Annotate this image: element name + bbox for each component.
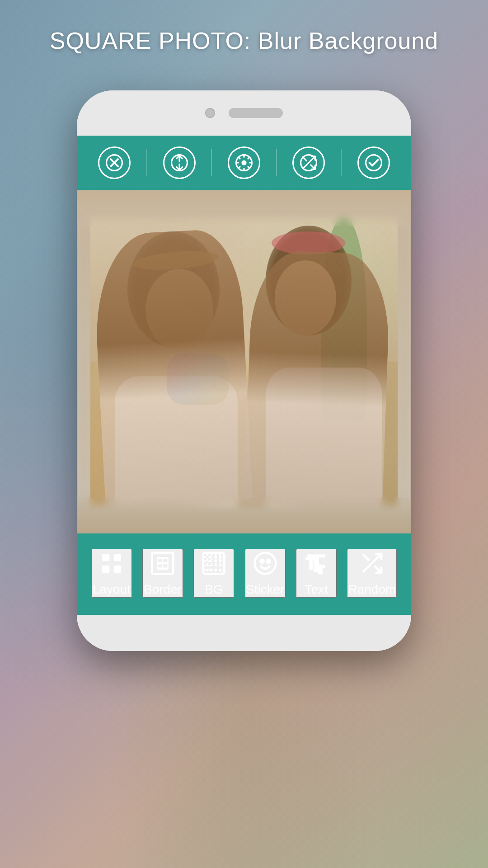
shuffle-icon <box>300 154 317 171</box>
random-icon-container <box>358 550 385 577</box>
blur-top <box>77 190 411 226</box>
svg-rect-13 <box>113 565 121 572</box>
gear-icon <box>235 154 253 171</box>
random-label: Random <box>348 582 396 597</box>
svg-point-7 <box>242 160 246 165</box>
swap-icon <box>171 154 188 171</box>
confirm-button[interactable] <box>357 146 390 179</box>
figure-left <box>91 228 253 506</box>
sticker-button[interactable]: Sticker <box>245 549 286 598</box>
random-top-button[interactable] <box>292 146 325 179</box>
blur-bottom <box>77 497 411 533</box>
toolbar-separator-2 <box>211 149 212 176</box>
layout-label: Layout <box>93 582 131 597</box>
top-toolbar <box>77 136 411 190</box>
check-icon <box>365 154 382 171</box>
phone-camera <box>205 108 215 118</box>
sticker-icon-container <box>252 550 279 577</box>
bg-label: BG <box>205 582 223 597</box>
random-icon <box>359 551 385 576</box>
text-icon: T T <box>304 551 329 576</box>
photo-canvas[interactable] <box>77 190 411 533</box>
bg-button[interactable]: BG <box>193 549 234 598</box>
main-photo[interactable] <box>90 217 398 506</box>
svg-point-30 <box>254 552 276 574</box>
phone-top-bar <box>77 90 411 136</box>
border-icon-container <box>149 550 176 577</box>
layout-icon <box>99 551 124 576</box>
svg-rect-11 <box>113 554 121 561</box>
border-button[interactable]: Border <box>142 549 183 598</box>
phone-bottom-bar <box>77 615 411 651</box>
border-icon <box>150 551 175 576</box>
random-button[interactable]: Random <box>347 549 397 598</box>
svg-point-32 <box>267 559 270 562</box>
layout-button[interactable]: Layout <box>91 549 132 598</box>
bg-icon <box>201 551 226 576</box>
toolbar-separator-4 <box>341 149 342 176</box>
svg-rect-10 <box>102 554 109 561</box>
toolbar-separator-3 <box>276 149 277 176</box>
toolbar-separator-1 <box>146 149 147 176</box>
sticker-icon <box>253 551 278 576</box>
close-button[interactable] <box>98 146 131 179</box>
svg-rect-21 <box>203 552 225 574</box>
figure-right <box>244 250 391 506</box>
svg-point-31 <box>260 559 263 562</box>
phone-mockup: Layout Border <box>77 90 411 651</box>
phone-speaker <box>229 108 283 118</box>
settings-button[interactable] <box>228 146 260 179</box>
svg-point-9 <box>366 155 381 171</box>
svg-line-37 <box>364 555 369 560</box>
text-icon-container: T T <box>303 550 330 577</box>
close-icon <box>106 154 123 171</box>
swap-button[interactable] <box>163 146 196 179</box>
photo-content <box>90 217 398 506</box>
bg-icon-container <box>200 550 227 577</box>
text-button[interactable]: T T Text <box>296 549 337 598</box>
bottom-toolbar: Layout Border <box>77 533 411 615</box>
text-label: Text <box>305 582 328 597</box>
svg-rect-12 <box>102 565 109 572</box>
border-label: Border <box>144 582 182 597</box>
sticker-label: Sticker <box>246 582 285 597</box>
page-title: SQUARE PHOTO: Blur Background <box>0 27 488 54</box>
layout-icon-container <box>98 550 125 577</box>
